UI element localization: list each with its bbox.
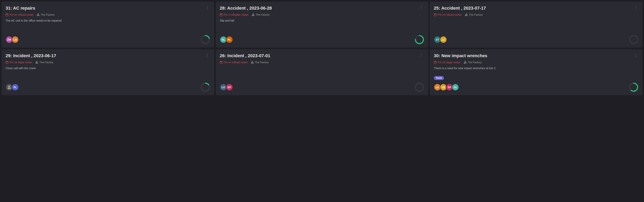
svg-rect-81	[464, 63, 465, 63]
calendar-icon	[220, 61, 222, 64]
svg-rect-51	[36, 63, 37, 63]
card-description: There is a need for new impact wrenches …	[434, 66, 638, 74]
card-footer: LACBEPOL	[434, 82, 638, 92]
avatar: PL	[12, 84, 19, 91]
calendar-icon	[434, 13, 436, 16]
card-meta: För en månad sedan The Factory	[434, 13, 638, 16]
calendar-icon	[6, 61, 8, 64]
card-menu-button[interactable]: ⋮	[204, 6, 210, 10]
svg-rect-82	[465, 63, 466, 63]
org-icon	[465, 13, 468, 16]
svg-rect-36	[466, 15, 467, 16]
card-menu-button[interactable]: ⋮	[418, 6, 424, 10]
avatar-group: LACBEPOL	[434, 84, 459, 91]
svg-point-74	[416, 83, 424, 91]
card-footer: STLC	[434, 35, 638, 44]
tags-row: Tools	[434, 76, 638, 80]
card-title: 29: Incident , 2023-06-17	[6, 53, 204, 58]
card-header: 28: Accident , 2023-06-28 ⋮	[220, 6, 424, 11]
card-title: 30: New impact wrenches	[434, 53, 633, 58]
card-title: 31: AC repairs	[6, 6, 204, 11]
card-description: Close call with the crane	[6, 66, 210, 80]
svg-rect-67	[252, 63, 253, 63]
card-description	[434, 19, 638, 32]
card-date: För en månad sedan	[6, 13, 34, 16]
svg-rect-19	[252, 13, 254, 14]
avatar-group: OLPL	[220, 36, 233, 43]
card-25: 25: Accident , 2023-07-17 ⋮ För en månad…	[430, 2, 642, 48]
card-footer: OLPL	[220, 35, 424, 44]
tag: Tools	[434, 76, 444, 80]
progress-circle	[415, 82, 424, 92]
card-date: För en månad sedan	[434, 13, 462, 16]
svg-rect-68	[253, 63, 254, 63]
calendar-icon	[220, 13, 222, 16]
svg-rect-49	[36, 61, 37, 62]
card-header: 31: AC repairs ⋮	[6, 6, 210, 11]
svg-rect-15	[220, 14, 222, 16]
avatar-group: PL	[6, 84, 19, 91]
svg-rect-7	[39, 15, 40, 16]
card-location: The Factory	[252, 13, 270, 16]
card-menu-button[interactable]: ⋮	[633, 53, 638, 57]
svg-rect-21	[253, 15, 254, 16]
card-date: För 22 dagar sedan	[434, 61, 460, 64]
svg-rect-34	[466, 13, 467, 14]
card-location: The Factory	[465, 13, 483, 16]
card-meta: För 2 månader sedan The Factory	[220, 13, 424, 16]
card-description: Slip and fall	[220, 19, 424, 32]
org-icon	[252, 13, 254, 16]
svg-rect-45	[6, 61, 8, 63]
card-meta: För en månad sedan The Factory	[6, 13, 210, 16]
svg-point-43	[630, 36, 638, 44]
card-28: 28: Accident , 2023-06-28 ⋮ För 2 månade…	[216, 2, 428, 48]
card-meta: För 16 dagar sedan The Factory	[6, 61, 210, 64]
card-menu-button[interactable]: ⋮	[204, 53, 210, 57]
card-26: 26: Incident , 2023-07-01 ⋮ För en månad…	[216, 49, 428, 95]
svg-rect-35	[465, 15, 466, 16]
card-date: För 16 dagar sedan	[6, 61, 32, 64]
svg-rect-37	[467, 15, 468, 16]
progress-circle	[201, 35, 210, 44]
card-date: För en månad sedan	[220, 61, 248, 64]
svg-rect-65	[252, 61, 253, 62]
avatar-group: ZWLA	[6, 36, 19, 43]
svg-rect-22	[254, 15, 254, 16]
card-location: The Factory	[35, 61, 53, 64]
svg-rect-20	[252, 15, 253, 16]
svg-rect-4	[38, 13, 38, 14]
svg-rect-50	[36, 63, 36, 63]
svg-rect-76	[434, 61, 436, 63]
avatar-group: LOEP	[220, 84, 233, 91]
card-header: 30: New impact wrenches ⋮	[434, 53, 638, 58]
svg-rect-66	[251, 63, 252, 63]
card-31: 31: AC repairs ⋮ För en månad sedan	[2, 2, 214, 48]
card-grid: 31: AC repairs ⋮ För en månad sedan	[0, 0, 644, 97]
avatar: EP	[226, 84, 233, 91]
org-icon	[464, 61, 466, 64]
svg-rect-80	[464, 61, 466, 62]
org-icon	[35, 61, 38, 64]
card-footer: PL	[6, 82, 210, 92]
card-footer: ZWLA	[6, 35, 210, 44]
card-description: The AC unit in the office needs to be re…	[6, 19, 210, 32]
card-location: The Factory	[251, 61, 269, 64]
card-header: 25: Accident , 2023-07-17 ⋮	[434, 6, 638, 11]
card-footer: LOEP	[220, 82, 424, 92]
card-title: 25: Accident , 2023-07-17	[434, 6, 633, 11]
svg-rect-61	[220, 61, 222, 63]
avatar: PL	[226, 36, 233, 43]
svg-rect-30	[434, 14, 436, 16]
card-location: The Factory	[464, 61, 482, 64]
avatar-group: STLC	[434, 36, 447, 43]
svg-rect-6	[38, 15, 38, 16]
card-menu-button[interactable]: ⋮	[418, 53, 424, 57]
card-meta: För en månad sedan The Factory	[220, 61, 424, 64]
card-description	[220, 66, 424, 80]
calendar-icon	[434, 61, 436, 64]
calendar-icon	[6, 13, 8, 16]
card-title: 28: Accident , 2023-06-28	[220, 6, 419, 11]
svg-rect-52	[37, 63, 38, 63]
card-title: 26: Incident , 2023-07-01	[220, 53, 419, 58]
card-menu-button[interactable]: ⋮	[633, 6, 638, 10]
